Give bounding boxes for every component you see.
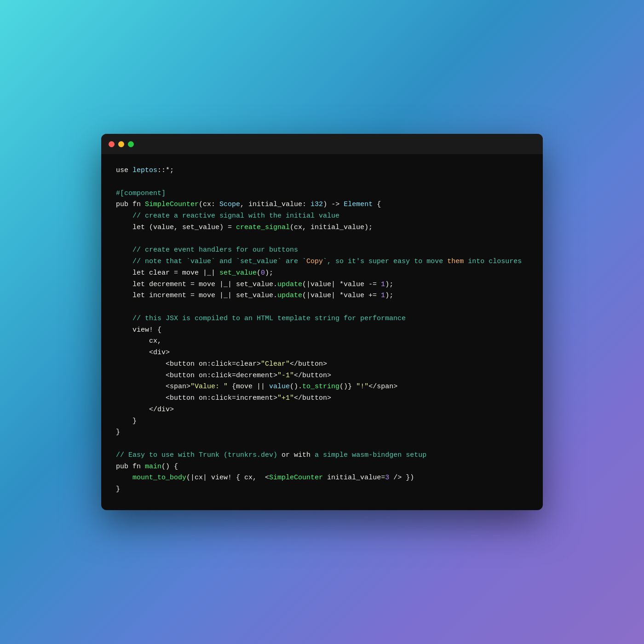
- code-line: pub fn main() {: [116, 461, 528, 473]
- code-line: }: [116, 484, 528, 495]
- code-line: view! {: [116, 325, 528, 336]
- code-window: use leptos::*; #[component] pub fn Simpl…: [101, 134, 543, 510]
- code-line: <span>"Value: " {move || value().to_stri…: [116, 381, 528, 393]
- code-line: // create a reactive signal with the ini…: [116, 211, 528, 222]
- empty-line: [116, 302, 528, 313]
- minimize-icon[interactable]: [118, 141, 124, 147]
- code-line: mount_to_body(|cx| view! { cx, <SimpleCo…: [116, 472, 528, 484]
- code-line: // note that `value` and `set_value` are…: [116, 256, 528, 268]
- code-line: let clear = move |_| set_value(0);: [116, 268, 528, 279]
- code-line: // this JSX is compiled to an HTML templ…: [116, 313, 528, 325]
- empty-line: [116, 234, 528, 245]
- code-line: cx,: [116, 336, 528, 347]
- code-line: // create event handlers for our buttons: [116, 245, 528, 256]
- code-line: let decrement = move |_| set_value.updat…: [116, 279, 528, 291]
- empty-line: [116, 438, 528, 450]
- maximize-icon[interactable]: [128, 141, 134, 147]
- code-editor: use leptos::*; #[component] pub fn Simpl…: [101, 154, 543, 510]
- code-line: #[component]: [116, 188, 528, 200]
- code-line: </div>: [116, 404, 528, 416]
- code-line: let (value, set_value) = create_signal(c…: [116, 222, 528, 234]
- code-line: }: [116, 416, 528, 427]
- titlebar: [101, 134, 543, 154]
- close-icon[interactable]: [109, 141, 115, 147]
- code-line: <button on:click=increment>"+1"</button>: [116, 393, 528, 404]
- code-line: }: [116, 427, 528, 438]
- code-line: use leptos::*;: [116, 165, 528, 177]
- empty-line: [116, 177, 528, 188]
- code-line: <button on:click=decrement>"-1"</button>: [116, 370, 528, 382]
- code-line: let increment = move |_| set_value.updat…: [116, 290, 528, 302]
- code-line: <div>: [116, 347, 528, 359]
- code-line: // Easy to use with Trunk (trunkrs.dev) …: [116, 450, 528, 461]
- code-line: pub fn SimpleCounter(cx: Scope, initial_…: [116, 199, 528, 211]
- code-line: <button on:click=clear>"Clear"</button>: [116, 359, 528, 370]
